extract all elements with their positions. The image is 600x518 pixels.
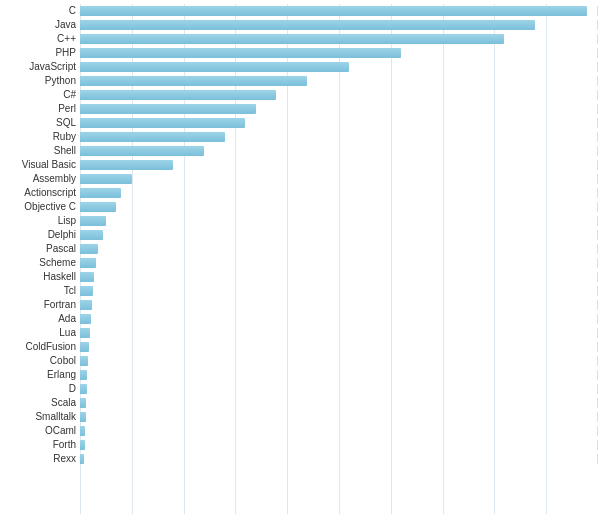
bar-fill bbox=[80, 272, 94, 282]
table-row: C# bbox=[0, 88, 598, 101]
table-row: JavaScript bbox=[0, 60, 598, 73]
bar-label: OCaml bbox=[0, 425, 80, 436]
bar-track bbox=[80, 6, 598, 16]
table-row: Perl bbox=[0, 102, 598, 115]
bar-fill bbox=[80, 6, 587, 16]
bar-fill bbox=[80, 62, 349, 72]
bar-fill bbox=[80, 258, 96, 268]
bar-label: Objective C bbox=[0, 201, 80, 212]
bar-label: C# bbox=[0, 89, 80, 100]
bar-label: Cobol bbox=[0, 355, 80, 366]
table-row: Shell bbox=[0, 144, 598, 157]
bar-track bbox=[80, 300, 598, 310]
bar-track bbox=[80, 454, 598, 464]
bar-fill bbox=[80, 356, 88, 366]
bar-label: Scala bbox=[0, 397, 80, 408]
bar-label: JavaScript bbox=[0, 61, 80, 72]
table-row: Python bbox=[0, 74, 598, 87]
table-row: Cobol bbox=[0, 354, 598, 367]
bar-label: Ruby bbox=[0, 131, 80, 142]
bar-track bbox=[80, 104, 598, 114]
bar-track bbox=[80, 244, 598, 254]
bar-fill bbox=[80, 426, 85, 436]
table-row: PHP bbox=[0, 46, 598, 59]
bar-track bbox=[80, 62, 598, 72]
table-row: Objective C bbox=[0, 200, 598, 213]
bar-track bbox=[80, 34, 598, 44]
bar-track bbox=[80, 272, 598, 282]
bar-fill bbox=[80, 398, 86, 408]
bar-label: Python bbox=[0, 75, 80, 86]
bar-track bbox=[80, 160, 598, 170]
bar-fill bbox=[80, 244, 98, 254]
bar-track bbox=[80, 328, 598, 338]
table-row: ColdFusion bbox=[0, 340, 598, 353]
bar-label: Delphi bbox=[0, 229, 80, 240]
bar-fill bbox=[80, 412, 86, 422]
table-row: Scheme bbox=[0, 256, 598, 269]
table-row: Ada bbox=[0, 312, 598, 325]
bar-track bbox=[80, 370, 598, 380]
table-row: OCaml bbox=[0, 424, 598, 437]
bar-label: Ada bbox=[0, 313, 80, 324]
bar-fill bbox=[80, 104, 256, 114]
bar-track bbox=[80, 216, 598, 226]
table-row: Forth bbox=[0, 438, 598, 451]
bar-label: SQL bbox=[0, 117, 80, 128]
bar-fill bbox=[80, 230, 103, 240]
bar-fill bbox=[80, 146, 204, 156]
bar-track bbox=[80, 48, 598, 58]
table-row: Actionscript bbox=[0, 186, 598, 199]
bar-track bbox=[80, 202, 598, 212]
bar-label: Pascal bbox=[0, 243, 80, 254]
bar-fill bbox=[80, 34, 504, 44]
bar-fill bbox=[80, 328, 90, 338]
bar-track bbox=[80, 188, 598, 198]
bar-track bbox=[80, 440, 598, 450]
table-row: Scala bbox=[0, 396, 598, 409]
table-row: Assembly bbox=[0, 172, 598, 185]
bar-fill bbox=[80, 216, 106, 226]
table-row: Lisp bbox=[0, 214, 598, 227]
table-row: Erlang bbox=[0, 368, 598, 381]
table-row: Haskell bbox=[0, 270, 598, 283]
bar-track bbox=[80, 314, 598, 324]
bar-label: C bbox=[0, 5, 80, 16]
bar-track bbox=[80, 20, 598, 30]
bar-fill bbox=[80, 342, 89, 352]
bar-label: Tcl bbox=[0, 285, 80, 296]
bar-label: Lisp bbox=[0, 215, 80, 226]
bar-track bbox=[80, 146, 598, 156]
bar-fill bbox=[80, 174, 132, 184]
bar-label: Erlang bbox=[0, 369, 80, 380]
table-row: Tcl bbox=[0, 284, 598, 297]
table-row: Lua bbox=[0, 326, 598, 339]
table-row: SQL bbox=[0, 116, 598, 129]
bar-label: ColdFusion bbox=[0, 341, 80, 352]
bar-fill bbox=[80, 454, 84, 464]
bar-label: Smalltalk bbox=[0, 411, 80, 422]
table-row: Delphi bbox=[0, 228, 598, 241]
bar-fill bbox=[80, 202, 116, 212]
bar-label: Java bbox=[0, 19, 80, 30]
bar-track bbox=[80, 398, 598, 408]
bar-track bbox=[80, 384, 598, 394]
bar-fill bbox=[80, 370, 87, 380]
bar-label: Visual Basic bbox=[0, 159, 80, 170]
bar-label: Fortran bbox=[0, 299, 80, 310]
bar-fill bbox=[80, 188, 121, 198]
table-row: Pascal bbox=[0, 242, 598, 255]
bar-fill bbox=[80, 440, 85, 450]
table-row: C++ bbox=[0, 32, 598, 45]
bar-track bbox=[80, 230, 598, 240]
bar-track bbox=[80, 118, 598, 128]
bar-label: Lua bbox=[0, 327, 80, 338]
bar-label: D bbox=[0, 383, 80, 394]
bar-label: PHP bbox=[0, 47, 80, 58]
bar-fill bbox=[80, 286, 93, 296]
bar-fill bbox=[80, 300, 92, 310]
bar-fill bbox=[80, 160, 173, 170]
table-row: Java bbox=[0, 18, 598, 31]
table-row: D bbox=[0, 382, 598, 395]
bar-track bbox=[80, 76, 598, 86]
